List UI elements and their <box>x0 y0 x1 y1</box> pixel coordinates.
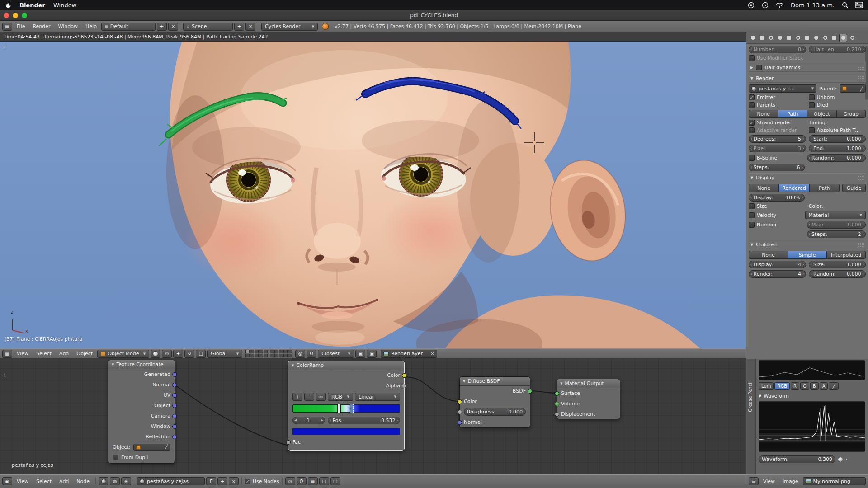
properties-tab-render-layers-icon[interactable] <box>758 34 766 42</box>
texcoord-object-field[interactable]: ╱ <box>133 444 170 451</box>
velocity-checkbox[interactable]: Velocity <box>749 212 802 218</box>
max-field[interactable]: ‹ Max: 1.000 › <box>807 221 866 229</box>
display-rendered-button[interactable]: Rendered <box>778 184 809 192</box>
display-none-button[interactable]: None <box>749 184 778 192</box>
children-random-field[interactable]: ‹ Random: 0.000 › <box>809 270 866 278</box>
layer-switcher[interactable] <box>245 350 292 357</box>
render-opengl-button[interactable]: ▣ <box>355 350 365 358</box>
snap-element-selector[interactable]: Closest ▼ <box>318 350 354 358</box>
properties-tab-object-icon[interactable] <box>785 34 793 42</box>
decrement-icon[interactable]: ‹ <box>750 272 752 276</box>
decrement-icon[interactable]: ‹ <box>750 137 752 141</box>
layer-cell[interactable] <box>274 354 278 357</box>
socket-volume-in[interactable] <box>555 402 559 406</box>
adaptive-render-checkbox[interactable]: Adaptive render <box>749 127 806 133</box>
decrement-icon[interactable]: ‹ <box>811 272 812 276</box>
add-layout-button[interactable]: + <box>157 23 167 31</box>
panel-header-hair-dynamics[interactable]: ▶ Hair dynamics <box>749 63 866 72</box>
unlink-material-button[interactable]: × <box>229 477 239 485</box>
control-center-icon[interactable] <box>855 2 863 8</box>
menubar-item-window[interactable]: Window <box>53 2 76 9</box>
spotlight-search-icon[interactable] <box>842 2 848 8</box>
socket-camera[interactable] <box>172 414 177 418</box>
properties-tab-world-icon[interactable] <box>776 34 784 42</box>
particle-number-field[interactable]: ‹ Number: 0 › <box>749 46 806 53</box>
menu-render[interactable]: Render <box>29 21 53 32</box>
new-material-button[interactable]: + <box>217 477 227 485</box>
children-display-field[interactable]: ‹ Display: 4 › <box>749 261 806 268</box>
size-checkbox[interactable]: Size <box>749 203 806 209</box>
particle-material-field[interactable]: pestañas y c... ▼ <box>749 84 816 93</box>
socket-surface-in[interactable] <box>555 391 559 396</box>
render-type-group-button[interactable]: Group <box>836 110 866 118</box>
node-diffuse-bsdf[interactable]: ▼Diffuse BSDF BSDF Color Roughness: 0.00… <box>459 376 530 428</box>
pivot-point-selector[interactable]: ⊙ <box>162 350 172 358</box>
display-path-button[interactable]: Path <box>809 184 840 192</box>
channel-rgb-button[interactable]: RGB <box>774 382 790 390</box>
eyedropper-icon[interactable]: ╱ <box>860 86 863 92</box>
region-expand-icon[interactable]: + <box>2 44 7 51</box>
checkbox[interactable] <box>809 127 815 133</box>
pin-button[interactable]: ⊙ <box>285 477 295 485</box>
increment-icon[interactable]: › <box>862 272 864 276</box>
children-none-button[interactable]: None <box>749 251 788 259</box>
node-material-output[interactable]: ▼Material Output Surface Volume Displace… <box>557 379 620 419</box>
decrement-icon[interactable]: ‹ <box>750 146 752 150</box>
add-stop-button[interactable]: + <box>292 393 302 401</box>
panel-grip[interactable] <box>858 242 864 247</box>
properties-tab-scene-icon[interactable] <box>767 34 775 42</box>
delete-layout-button[interactable]: × <box>168 23 178 31</box>
checkbox[interactable] <box>749 155 755 161</box>
channel-g-button[interactable]: G <box>800 382 809 390</box>
status-timemachine-icon[interactable] <box>762 2 769 9</box>
use-nodes-checkbox[interactable]: ✓ Use Nodes <box>245 479 279 484</box>
transform-orientation-selector[interactable]: Global ▼ <box>207 350 242 358</box>
sample-line-icon[interactable]: ╱ <box>829 382 839 390</box>
parents-checkbox[interactable]: Parents <box>749 102 806 108</box>
ramp-stop-marker-active[interactable] <box>350 404 354 413</box>
layer-cell[interactable] <box>250 354 254 357</box>
eyedropper-icon[interactable]: ╱ <box>165 444 168 450</box>
menu-help[interactable]: Help <box>82 21 100 32</box>
render-type-object-button[interactable]: Object <box>807 110 836 118</box>
decrement-icon[interactable]: ‹ <box>330 418 331 422</box>
display-color-selector[interactable]: Material ▼ <box>805 211 866 219</box>
layer-cell[interactable] <box>274 350 278 353</box>
layer-cell[interactable] <box>245 354 250 357</box>
layer-cell[interactable] <box>255 350 259 353</box>
viewport-menu-view[interactable]: View <box>14 349 32 358</box>
tree-type-compositing-button[interactable]: ✳ <box>121 477 131 485</box>
image-editor[interactable]: Grease Pencil Lum RGB R G B A ╱ ▼ Wavefo… <box>746 359 868 474</box>
editor-type-3dview-icon[interactable]: ▦ <box>2 350 12 358</box>
increment-icon[interactable]: › <box>802 146 804 150</box>
collapse-icon[interactable]: ▼ <box>560 382 562 385</box>
socket-normal-in[interactable] <box>458 420 462 425</box>
layer-cell[interactable] <box>283 354 288 357</box>
ramp-stop-marker[interactable] <box>337 404 341 413</box>
tree-type-shader-button[interactable] <box>99 477 108 485</box>
add-scene-button[interactable]: + <box>234 23 244 31</box>
node-menu-select[interactable]: Select <box>33 475 55 488</box>
decrement-icon[interactable]: ‹ <box>809 232 811 236</box>
render-type-none-button[interactable]: None <box>749 110 778 118</box>
panel-grip[interactable] <box>858 65 864 70</box>
channel-b-button[interactable]: B <box>810 382 819 390</box>
decrement-icon[interactable]: ‹ <box>811 263 812 267</box>
display-steps-field[interactable]: ‹ Steps: 2 › <box>807 230 866 238</box>
checkbox[interactable] <box>809 94 815 100</box>
layer-cell[interactable] <box>255 354 259 357</box>
layer-cell[interactable] <box>264 354 268 357</box>
socket-roughness-in[interactable] <box>458 410 462 414</box>
layer-cell[interactable] <box>250 350 254 353</box>
channel-a-button[interactable]: A <box>820 382 828 390</box>
channel-luma-button[interactable]: Lum <box>759 382 774 390</box>
collapse-icon[interactable]: ▼ <box>292 364 294 367</box>
layer-cell[interactable] <box>279 354 283 357</box>
apple-icon[interactable] <box>5 2 11 9</box>
children-simple-button[interactable]: Simple <box>788 251 826 259</box>
decrement-icon[interactable]: ‹ <box>750 196 752 200</box>
use-modifier-stack-checkbox[interactable]: Use Modifier Stack <box>749 55 866 61</box>
decrement-icon[interactable]: ‹ <box>811 137 812 141</box>
socket-uv[interactable] <box>172 393 177 398</box>
image-datablock-field[interactable]: My normal.png <box>803 477 866 485</box>
